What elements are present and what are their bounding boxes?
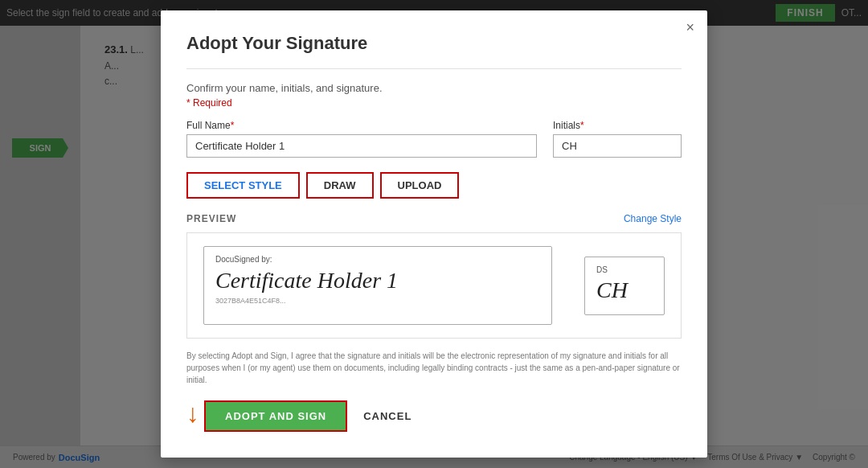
modal-close-button[interactable]: × [686,20,694,35]
full-name-field: Full Name* [186,120,537,158]
modal-overlay: × Adopt Your Signature Confirm your name… [0,0,868,468]
full-name-input[interactable] [186,134,537,158]
form-row: Full Name* Initials* [186,120,682,158]
adopt-signature-modal: × Adopt Your Signature Confirm your name… [161,10,707,458]
preview-label: PREVIEW [186,213,236,224]
select-style-tab[interactable]: SELECT STYLE [186,172,300,199]
sig-hash: 3027B8A4E51C4F8... [215,297,540,305]
preview-section: PREVIEW Change Style DocuSigned by: Cert… [186,213,682,339]
modal-divider [186,68,682,69]
arrow-row: ↓ ADOPT AND SIGN CANCEL [186,400,682,432]
initials-field: Initials* [553,120,682,158]
upload-tab[interactable]: UPLOAD [380,172,460,199]
initials-input[interactable] [553,134,682,158]
sig-docusigned-label: DocuSigned by: [215,255,540,264]
down-arrow-icon: ↓ [186,400,199,426]
preview-header: PREVIEW Change Style [186,213,682,224]
legal-text: By selecting Adopt and Sign, I agree tha… [186,350,682,386]
adopt-and-sign-button[interactable]: ADOPT AND SIGN [204,400,347,432]
required-text: * Required [186,97,682,109]
action-row: ADOPT AND SIGN CANCEL [204,400,411,432]
initials-label: Initials* [553,120,682,131]
initials-preview: DS CH [584,257,665,315]
sig-name-cursive: Certificate Holder 1 [215,267,540,294]
initials-preview-label: DS [596,265,653,274]
preview-box: DocuSigned by: Certificate Holder 1 3027… [186,232,682,339]
signature-preview: DocuSigned by: Certificate Holder 1 3027… [203,246,552,326]
full-name-label: Full Name* [186,120,537,131]
cancel-button[interactable]: CANCEL [363,410,411,422]
confirm-text: Confirm your name, initials, and signatu… [186,82,682,94]
draw-tab[interactable]: DRAW [306,172,374,199]
modal-title: Adopt Your Signature [186,33,682,54]
style-tabs: SELECT STYLE DRAW UPLOAD [186,172,682,199]
change-style-link[interactable]: Change Style [624,213,682,224]
initials-preview-value: CH [596,277,653,303]
